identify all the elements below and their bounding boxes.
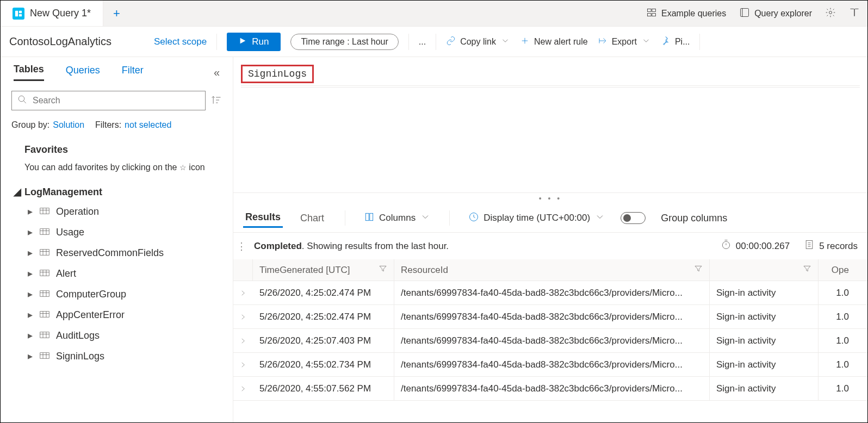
table-item[interactable]: ▸ReservedCommonFields [28,242,220,263]
more-actions-button[interactable]: ... [419,37,426,47]
caret-down-icon: ◢ [14,186,21,198]
copy-link-label: Copy link [460,37,496,47]
records-icon [804,239,815,253]
svg-rect-5 [652,9,656,11]
tab-filter[interactable]: Filter [122,65,144,80]
display-time-button[interactable]: Display time (UTC+00:00) [468,212,605,225]
table-item[interactable]: ▸Operation [28,201,220,222]
table-row[interactable]: 5/26/2020, 4:55:07.562 PM/tenants/699978… [233,377,867,401]
group-columns-toggle[interactable] [621,212,646,224]
table-icon [40,330,49,341]
table-item[interactable]: ▸SigninLogs [28,346,220,366]
col-header-operationversion[interactable]: Ope [819,259,855,281]
svg-point-9 [829,11,832,14]
help-panel-button[interactable] [849,7,860,20]
tab-chart[interactable]: Chart [298,209,326,227]
caret-right-icon: ▸ [28,288,33,300]
book-icon [849,7,860,20]
toolbar: ContosoLogAnalytics Select scope Run Tim… [1,27,867,57]
columns-icon [364,212,375,225]
table-item-label: AppCenterError [56,309,125,321]
expand-row-button[interactable] [233,377,253,400]
filters-value[interactable]: not selected [125,120,171,130]
tree-group-logmanagement[interactable]: ◢ LogManagement [14,183,220,201]
tab-results[interactable]: Results [243,208,283,228]
svg-rect-12 [40,228,49,234]
svg-rect-17 [40,332,49,338]
time-range-picker[interactable]: Time range : Last hour [290,34,398,50]
copy-link-button[interactable]: Copy link [446,36,510,48]
tree-group-label: LogManagement [24,186,102,198]
new-alert-rule-button[interactable]: New alert rule [520,36,588,48]
pin-icon [661,36,671,48]
status-text: Completed. Showing results from the last… [254,241,449,252]
chevron-down-icon [594,212,605,225]
caret-right-icon: ▸ [28,309,33,321]
splitter-handle[interactable]: • • • [233,193,867,204]
group-by-value[interactable]: Solution [53,120,84,130]
divider [408,34,409,50]
tab-tables[interactable]: Tables [14,64,44,81]
export-button[interactable]: Export [598,36,651,48]
settings-button[interactable] [825,7,836,20]
expand-row-button[interactable] [233,353,253,376]
query-editor[interactable]: SigninLogs [233,57,867,193]
query-tab-title: New Query 1* [30,8,91,19]
query-explorer-button[interactable]: Query explorer [739,7,812,20]
table-row[interactable]: 5/26/2020, 4:25:02.474 PM/tenants/699978… [233,305,867,329]
table-item[interactable]: ▸AuditLogs [28,325,220,346]
add-tab-button[interactable]: + [103,1,130,26]
table-item[interactable]: ▸Usage [28,222,220,242]
table-row[interactable]: 5/26/2020, 4:55:02.734 PM/tenants/699978… [233,353,867,377]
table-item[interactable]: ▸ComputerGroup [28,284,220,304]
table-row[interactable]: 5/26/2020, 4:25:02.474 PM/tenants/699978… [233,281,867,305]
expand-row-button[interactable] [233,281,253,304]
results-table: TimeGenerated [UTC] ResourceId Ope [233,259,867,401]
expand-row-button[interactable] [233,305,253,328]
filter-icon[interactable] [803,264,811,276]
query-tab[interactable]: New Query 1* [1,1,103,26]
search-input[interactable] [11,91,206,110]
cell-operationname: Sign-in activity [710,353,819,376]
sort-button[interactable] [211,95,222,107]
svg-rect-3 [648,9,652,11]
vertical-dots-handle[interactable]: ⋮ [237,240,246,252]
run-button[interactable]: Run [227,33,281,51]
example-queries-button[interactable]: Example queries [646,7,726,20]
divider [216,34,217,50]
table-row[interactable]: 5/26/2020, 4:25:07.403 PM/tenants/699978… [233,329,867,353]
query-text-highlight: SigninLogs [241,65,314,83]
col-header-resourceid[interactable]: ResourceId [394,259,710,281]
chevron-down-icon [641,36,651,48]
columns-button[interactable]: Columns [364,212,431,225]
link-icon [446,36,456,48]
star-icon: ☆ [179,163,187,172]
export-icon [598,36,607,48]
chevron-down-icon [420,212,431,225]
filters-label: Filters: [95,120,121,130]
cell-timegenerated: 5/26/2020, 4:55:02.734 PM [253,353,394,376]
table-item[interactable]: ▸AppCenterError [28,304,220,325]
tab-queries[interactable]: Queries [66,65,100,80]
collapse-sidebar-button[interactable]: « [214,66,220,79]
col-header-timegenerated[interactable]: TimeGenerated [UTC] [253,259,394,281]
expand-row-button[interactable] [233,329,253,352]
filter-icon[interactable] [694,264,703,276]
query-explorer-label: Query explorer [754,9,812,18]
table-icon [40,268,49,279]
search-input-field[interactable] [33,96,200,105]
tables-tree: ◢ LogManagement ▸Operation▸Usage▸Reserve… [1,177,233,372]
records-count: 5 records [804,239,858,253]
select-scope-link[interactable]: Select scope [154,36,207,47]
caret-right-icon: ▸ [28,226,33,238]
table-icon [40,206,49,217]
table-item[interactable]: ▸Alert [28,263,220,284]
filter-icon[interactable] [379,264,387,276]
caret-right-icon: ▸ [28,247,33,259]
pin-button[interactable]: Pi... [661,36,690,48]
col-header-operationname[interactable] [710,259,819,281]
clock-icon [468,212,479,225]
duration-display: 00:00:00.267 [721,239,790,253]
search-icon [17,95,27,107]
caret-right-icon: ▸ [28,206,33,217]
